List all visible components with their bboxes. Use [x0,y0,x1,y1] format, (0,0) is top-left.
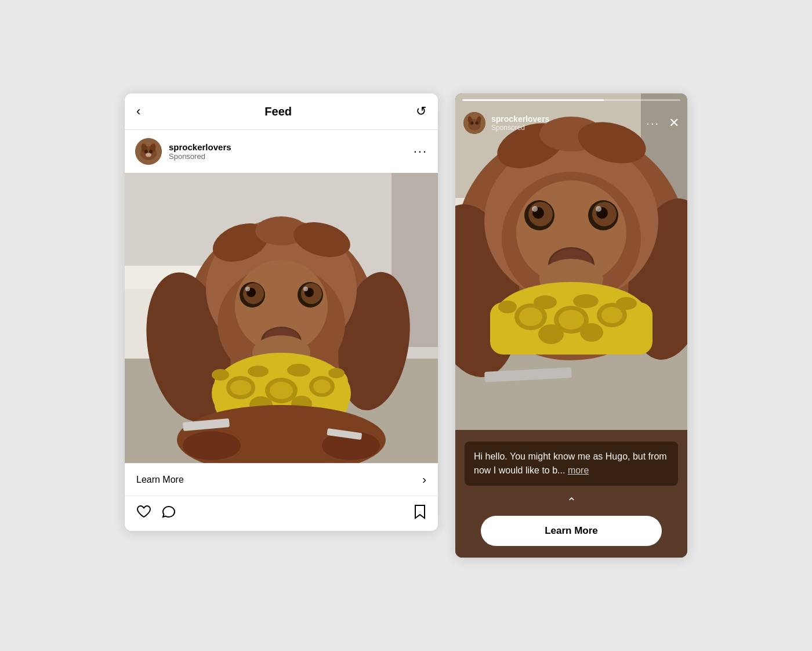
svg-point-40 [313,379,331,393]
post-actions-left [136,505,177,523]
feed-title: Feed [264,105,292,118]
post-actions [125,496,438,531]
post-header-left: sprockerlovers Sponsored [135,138,231,165]
swipe-up-icon: ⌃ [567,495,577,509]
svg-point-92 [573,294,599,308]
story-swipe-up: ⌃ [465,495,678,509]
svg-point-41 [212,369,229,381]
svg-point-25 [245,287,250,291]
comment-button[interactable] [162,505,177,522]
story-learn-more-button-container: Learn More [465,516,678,546]
feed-phone: ‹ Feed ↺ [125,93,438,531]
svg-point-75 [532,206,538,212]
story-avatar[interactable] [463,112,485,134]
story-phone: sprockerlovers Sponsored ··· ✕ [455,93,687,558]
svg-point-5 [149,150,153,153]
learn-more-bar[interactable]: Learn More › [125,463,438,496]
refresh-button[interactable]: ↺ [416,104,426,119]
post-sponsored: Sponsored [169,152,231,161]
post-more-button[interactable]: ··· [414,144,427,159]
story-image [455,93,687,430]
story-header: sprockerlovers Sponsored ··· ✕ [455,100,687,140]
avatar[interactable] [135,138,162,165]
story-caption-more[interactable]: more [568,465,589,475]
svg-point-58 [476,122,478,125]
svg-point-43 [287,364,310,377]
story-header-left: sprockerlovers Sponsored [463,112,549,134]
story-learn-more-button[interactable]: Learn More [481,516,662,546]
story-sponsored: Sponsored [491,124,549,132]
svg-point-89 [601,307,622,323]
svg-point-38 [230,380,251,395]
post-user-info: sprockerlovers Sponsored [169,142,231,161]
svg-point-6 [146,153,151,157]
svg-point-39 [270,382,293,399]
svg-point-4 [144,150,148,153]
svg-point-91 [534,295,557,309]
story-bottom: Hi hello. You might know me as Hugo, but… [455,430,687,558]
like-button[interactable] [136,505,151,523]
svg-point-46 [183,431,241,460]
story-header-right: ··· ✕ [646,115,679,131]
svg-point-85 [538,324,564,344]
svg-point-86 [580,323,603,342]
svg-point-93 [616,297,637,310]
story-user-info: sprockerlovers Sponsored [491,114,549,132]
post-header: sprockerlovers Sponsored ··· [125,130,438,173]
svg-point-57 [471,122,474,125]
post-username: sprockerlovers [169,142,231,152]
svg-point-88 [559,310,584,330]
story-close-button[interactable]: ✕ [669,115,679,131]
story-more-button[interactable]: ··· [646,117,659,130]
svg-point-42 [248,366,269,377]
learn-more-label: Learn More [136,475,184,485]
svg-point-90 [498,301,517,313]
svg-point-44 [328,368,345,378]
back-button[interactable]: ‹ [136,104,140,119]
svg-point-26 [303,287,308,291]
chevron-right-icon: › [422,473,426,486]
bookmark-button[interactable] [414,504,426,523]
svg-point-87 [519,308,542,326]
feed-header: ‹ Feed ↺ [125,93,438,130]
story-username: sprockerlovers [491,114,549,124]
svg-point-76 [596,206,601,212]
story-caption-box: Hi hello. You might know me as Hugo, but… [465,442,678,486]
post-image [125,173,438,463]
